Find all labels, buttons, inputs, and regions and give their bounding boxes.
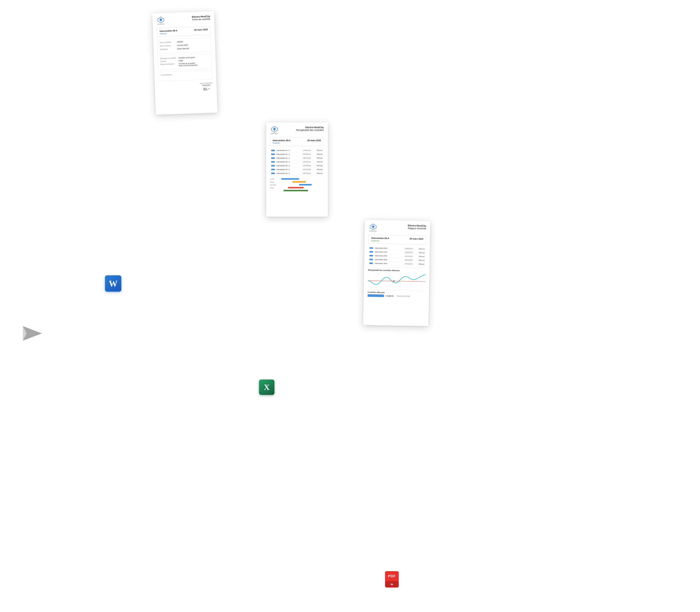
row-date: 16/03/2023 <box>403 259 415 261</box>
row-name: Intervention 29-A <box>375 255 403 257</box>
row-name: Intervention 29-A <box>375 262 403 265</box>
svg-line-10 <box>411 273 411 288</box>
row-status: Effectué <box>313 161 323 163</box>
doc1-logo: COMPANY <box>157 16 165 26</box>
doc1-moyen-row: Moyen de mesure Contrôle de la qualité T… <box>160 62 210 67</box>
row-name: Intervention 29 - A <box>277 165 301 167</box>
row-indicator <box>271 157 275 159</box>
doc1-logo-text: COMPANY <box>157 24 165 25</box>
ms-word-icon: W <box>105 275 121 292</box>
doc1-header: COMPANY Electro-NextCity Fiche de contrô… <box>157 15 210 25</box>
doc1-intervention-box: Intervention 29-A Réalisée 20 mars 2023 <box>157 26 211 37</box>
doc3-status: Conforme <box>371 239 389 242</box>
gantt-row: Mercredi <box>270 184 324 186</box>
row-name: Intervention 29 - A <box>277 172 301 174</box>
gantt-bar-container <box>279 184 324 186</box>
doc3-intervention-box: Intervention 29-A Conforme 20 mars 2023 <box>368 235 426 245</box>
doc1-comments-label: Commentaires <box>161 72 210 76</box>
ms-excel-icon: X <box>259 379 274 395</box>
row-status: Effectué <box>313 169 323 170</box>
doc2-table-row: Intervention 29 - A 14/03/2023 Effectué <box>270 152 324 156</box>
row-status: Effectué <box>415 259 425 261</box>
doc1-controleur-value: Olivier Maroulit <box>176 47 190 50</box>
gantt-label: Mardi <box>270 181 279 183</box>
row-status: Effectué <box>313 153 323 155</box>
doc2-table-row: Intervention 29 - A 19/03/2023 Effectué <box>270 171 324 175</box>
doc3-header: COMPANY Electro-NextCity Rapport d'activ… <box>369 223 426 233</box>
row-date: 13/03/2023 <box>301 150 313 151</box>
row-indicator <box>369 255 373 256</box>
doc1-elements: Eléments à contrôler Contrôle essuie-gla… <box>158 54 212 70</box>
svg-line-11 <box>421 274 422 288</box>
row-indicator <box>271 150 275 151</box>
doc2-table-row: Intervention 29 - A 15/03/2023 Effectué <box>270 156 324 160</box>
doc2-table: Intervention 29 - A 13/03/2023 Effectué … <box>270 149 324 175</box>
doc3-logo-text: COMPANY <box>369 230 377 232</box>
gantt-bar-container <box>279 190 324 192</box>
doc2-table-row: Intervention 29 - A 16/03/2023 Effectué <box>270 160 324 164</box>
pdf-label: PDF <box>388 574 396 578</box>
doc1-elem-label: Eléments à contrôler <box>160 57 178 59</box>
doc2-status: Réalisée <box>273 142 291 144</box>
svg-point-6 <box>393 280 394 282</box>
doc1-debut-value: 13 mars 2023 <box>176 44 189 47</box>
doc2-intervention-box: Intervention 29-A Réalisée 20 mars 2023 <box>270 137 324 146</box>
gantt-label: Lundi <box>270 178 279 180</box>
pdf-icon: PDF ❧ <box>385 571 399 587</box>
doc1-intervention-label: Intervention 29-A <box>160 29 177 32</box>
doc3-controls-section: Contrôles effectués + 4.312 % Total des … <box>368 290 425 298</box>
doc1-criticite-label: Criticité <box>160 60 178 62</box>
row-indicator <box>369 259 373 260</box>
doc3-subtitle: Rapport d'activité <box>380 226 426 230</box>
doc1-zone-value: 235345 <box>176 41 184 43</box>
doc2-logo: COMPANY <box>270 126 279 135</box>
gantt-bar-container <box>279 187 324 189</box>
doc2-gantt: Lundi Mardi Mercredi Jeudi <box>270 177 324 194</box>
row-name: Intervention 29-A <box>375 259 403 261</box>
doc3-logo: COMPANY <box>369 223 378 232</box>
doc2-subtitle: Récapitulatif des contrôles <box>281 129 324 131</box>
row-indicator <box>271 154 275 155</box>
gantt-bar <box>284 190 308 191</box>
svg-line-9 <box>400 273 400 288</box>
doc3-controls-bar-row: + 4.312 % Total des contrôles <box>368 294 425 298</box>
gantt-row: Mardi <box>270 181 324 183</box>
gantt-bar <box>288 187 304 189</box>
doc3-ctrl-percent: + 4.312 % <box>386 295 394 297</box>
doc1-comments: Commentaires <box>158 70 213 81</box>
doc3-chart-section: Récapitulatif des contrôles effectués <box>368 267 426 289</box>
row-indicator <box>369 262 373 264</box>
row-name: Intervention 29-A <box>375 247 403 250</box>
doc1-elem-value: Contrôle essuie-glace <box>178 56 195 59</box>
row-status: Effectué <box>415 252 425 254</box>
doc1-controleur-label: Contrôleur <box>160 48 176 51</box>
row-date: 13/03/2023 <box>403 248 415 250</box>
doc2-table-row: Intervention 29 - A 13/03/2023 Effectué <box>270 149 324 152</box>
doc1-sig-label: Date & Signature <box>200 82 213 84</box>
doc2-table-row: Intervention 29 - A 17/03/2023 Effectué <box>270 164 324 168</box>
doc2-table-row: Intervention 29 - A 18/03/2023 Effectué <box>270 168 324 171</box>
pdf-acrobat-icon: ❧ <box>390 582 393 587</box>
gantt-bar <box>281 178 299 180</box>
row-date: 15/03/2023 <box>301 157 313 159</box>
svg-point-3 <box>274 128 275 130</box>
doc3-ctrl-total: Total des contrôles <box>396 295 410 297</box>
row-date: 18/03/2023 <box>301 169 313 170</box>
gantt-label: Jeudi <box>270 187 279 189</box>
doc3-chart-title: Récapitulatif des contrôles effectués <box>368 269 426 272</box>
gantt-row <box>270 190 324 192</box>
doc1-sig-line: RL~ <box>203 86 210 92</box>
doc1-controleur-row: Contrôleur Olivier Maroulit <box>160 47 209 51</box>
doc2-header: COMPANY Electro-NextCity Récapitulatif d… <box>270 126 324 135</box>
row-indicator <box>271 165 275 166</box>
doc1-debut-label: Date de début <box>160 44 176 47</box>
doc-fiche-controle: COMPANY Electro-NextCity Fiche de contrô… <box>152 11 217 115</box>
doc1-moyen-label: Moyen de mesure <box>160 63 178 65</box>
row-name: Intervention 29 - A <box>277 150 301 151</box>
row-name: Intervention 29 - A <box>277 157 301 159</box>
gantt-bar-container <box>279 178 324 180</box>
row-name: Intervention 29-A <box>375 251 403 253</box>
doc1-signature: Date & Signature 20/03/2023 RL~ <box>159 81 213 93</box>
gantt-row: Lundi <box>270 178 324 180</box>
doc1-fields: Zone contrôlée 235345 Date de début 13 m… <box>157 38 212 54</box>
